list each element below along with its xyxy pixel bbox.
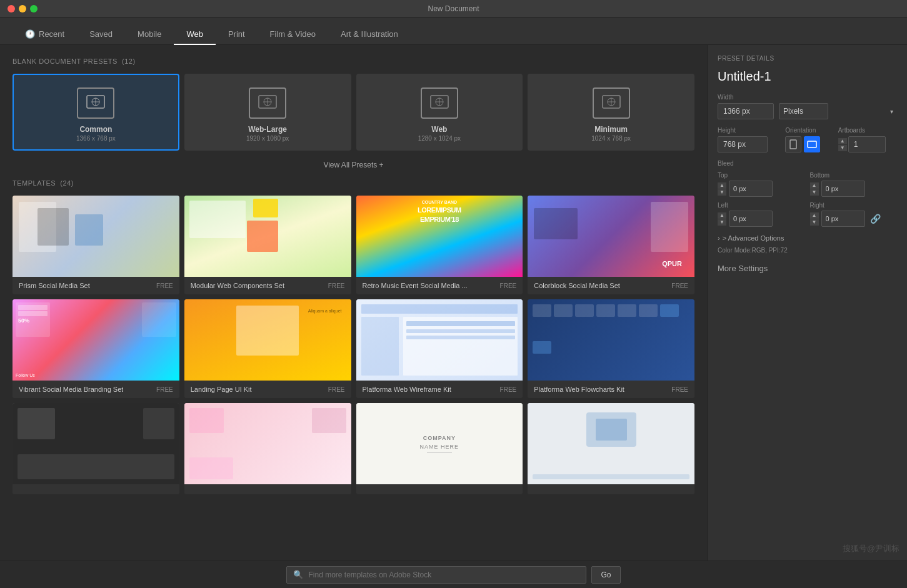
tab-mobile[interactable]: Mobile — [125, 24, 174, 45]
bleed-top-down[interactable]: ▼ — [718, 189, 726, 196]
template-prism-name: Prism Social Media Set — [19, 282, 90, 289]
clock-icon: 🕐 — [25, 29, 35, 39]
bleed-right-down[interactable]: ▼ — [810, 219, 819, 226]
tab-recent-label: Recent — [39, 29, 64, 39]
template-row3c[interactable]: COMPANY NAME HERE — [356, 403, 523, 494]
template-flowcharts-thumb — [528, 299, 694, 381]
bleed-left-input[interactable] — [729, 211, 773, 227]
template-row3d[interactable] — [528, 403, 694, 494]
close-button[interactable] — [8, 5, 15, 12]
bleed-left-field: Left ▲ ▼ — [718, 202, 805, 227]
preset-web-icon — [421, 87, 458, 119]
bleed-right-input[interactable] — [821, 211, 865, 227]
orientation-field: Orientation — [785, 127, 831, 152]
maximize-button[interactable] — [30, 5, 38, 12]
templates-grid: Prism Social Media Set FREE Modular Web … — [13, 196, 694, 494]
tab-saved[interactable]: Saved — [77, 24, 125, 45]
bleed-right-stepper[interactable]: ▲ ▼ — [810, 212, 819, 226]
orientation-group — [785, 136, 831, 152]
bleed-right-label: Right — [810, 202, 898, 209]
bleed-bottom-up[interactable]: ▲ — [810, 182, 819, 189]
template-vibrant-name: Vibrant Social Media Branding Set — [19, 386, 123, 393]
template-platforma[interactable]: Platforma Web Wireframe Kit FREE — [356, 299, 523, 398]
tab-web[interactable]: Web — [174, 24, 216, 45]
template-row3a-thumb — [13, 403, 179, 484]
window-controls[interactable] — [8, 5, 38, 12]
orientation-landscape[interactable] — [804, 136, 820, 152]
preset-common-name: Common — [79, 125, 112, 134]
preset-web-name: Web — [431, 125, 447, 134]
link-icon[interactable]: 🔗 — [870, 214, 881, 224]
template-prism-badge: FREE — [156, 282, 173, 289]
width-unit-select[interactable]: Pixels Inches Centimeters Millimeters Po… — [779, 103, 828, 119]
template-prism-info: Prism Social Media Set FREE — [13, 277, 179, 294]
height-field: Height — [718, 127, 779, 152]
template-modular[interactable]: Modular Web Components Set FREE — [184, 196, 351, 294]
advanced-options[interactable]: › > Advanced Options — [718, 234, 897, 242]
bleed-bottom-stepper[interactable]: ▲ ▼ — [810, 182, 819, 196]
bleed-left-down[interactable]: ▼ — [718, 219, 726, 226]
preset-common-size: 1366 x 768 px — [76, 135, 116, 142]
template-landing[interactable]: Aliquam a aliquet Landing Page UI Kit FR… — [184, 299, 351, 398]
tab-web-label: Web — [186, 29, 203, 39]
preset-web[interactable]: Web 1280 x 1024 px — [356, 74, 523, 151]
go-button[interactable]: Go — [591, 566, 620, 584]
preset-web-large[interactable]: Web-Large 1920 x 1080 px — [184, 74, 351, 151]
search-wrapper: 🔍 — [286, 566, 586, 584]
bleed-top-up[interactable]: ▲ — [718, 182, 726, 189]
height-input[interactable] — [718, 136, 768, 152]
template-colorblock-name: Colorblock Social Media Set — [534, 282, 620, 289]
bleed-top-label: Top — [718, 172, 805, 179]
template-platforma-thumb — [356, 299, 523, 381]
tab-print[interactable]: Print — [216, 24, 258, 45]
bleed-bottom-down[interactable]: ▼ — [810, 189, 819, 196]
preset-details-title: PRESET DETAILS — [718, 55, 897, 62]
search-input[interactable] — [308, 571, 579, 579]
tab-bar: 🕐 Recent Saved Mobile Web Print Film & V… — [0, 17, 907, 45]
advanced-options-label: > Advanced Options — [723, 234, 784, 242]
template-retro[interactable]: COUNTRY BAND LOREMIPSUM EMPRIUM'18 Retro… — [356, 196, 523, 294]
minimize-button[interactable] — [19, 5, 26, 12]
preset-minimum[interactable]: Minimum 1024 x 768 px — [528, 74, 694, 151]
bleed-left-up[interactable]: ▲ — [718, 212, 726, 219]
main-layout: BLANK DOCUMENT PRESETS (12) Common 1366 … — [0, 45, 907, 561]
search-icon: 🔍 — [293, 570, 303, 579]
artboards-input[interactable] — [848, 136, 886, 152]
width-row: Pixels Inches Centimeters Millimeters Po… — [718, 103, 897, 119]
bleed-top-stepper[interactable]: ▲ ▼ — [718, 182, 726, 196]
tab-film[interactable]: Film & Video — [258, 24, 328, 45]
orientation-portrait[interactable] — [785, 136, 801, 152]
bleed-right-up[interactable]: ▲ — [810, 212, 819, 219]
template-colorblock[interactable]: QPUR Colorblock Social Media Set FREE — [528, 196, 694, 294]
template-flowcharts-info: Platforma Web Flowcharts Kit FREE — [528, 381, 694, 398]
tab-art[interactable]: Art & Illustration — [328, 24, 411, 45]
bottom-bar: 🔍 Go — [0, 561, 907, 588]
template-vibrant[interactable]: 50% Follow Us Vibrant Social Media Brand… — [13, 299, 179, 398]
bleed-bottom-input[interactable] — [821, 181, 865, 197]
bleed-top-input[interactable] — [729, 181, 773, 197]
template-flowcharts-name: Platforma Web Flowcharts Kit — [534, 386, 624, 393]
artboards-stepper[interactable]: ▲ ▼ — [838, 138, 847, 151]
width-unit-wrapper: Pixels Inches Centimeters Millimeters Po… — [779, 103, 897, 119]
tab-film-label: Film & Video — [270, 29, 316, 39]
artboards-label: Artboards — [838, 127, 897, 134]
chevron-right-icon: › — [718, 234, 720, 242]
bleed-left-stepper[interactable]: ▲ ▼ — [718, 212, 726, 226]
template-row3a[interactable] — [13, 403, 179, 494]
color-info: Color Mode:RGB, PPI:72 — [718, 247, 897, 254]
more-settings[interactable]: More Settings — [718, 264, 897, 273]
template-landing-badge: FREE — [328, 386, 345, 393]
artboards-down[interactable]: ▼ — [838, 145, 847, 151]
presets-grid: Common 1366 x 768 px Web-Large 1920 x 10… — [13, 74, 694, 151]
template-prism[interactable]: Prism Social Media Set FREE — [13, 196, 179, 294]
preset-common[interactable]: Common 1366 x 768 px — [13, 74, 179, 151]
preset-minimum-size: 1024 x 768 px — [591, 135, 631, 142]
template-flowcharts[interactable]: Platforma Web Flowcharts Kit FREE — [528, 299, 694, 398]
tab-recent[interactable]: 🕐 Recent — [13, 24, 77, 45]
bleed-label: Bleed — [718, 160, 897, 167]
artboards-up[interactable]: ▲ — [838, 138, 847, 144]
svg-rect-16 — [790, 140, 796, 149]
width-input[interactable] — [718, 103, 774, 119]
view-all-presets[interactable]: View All Presets + — [13, 161, 694, 169]
template-row3b[interactable] — [184, 403, 351, 494]
